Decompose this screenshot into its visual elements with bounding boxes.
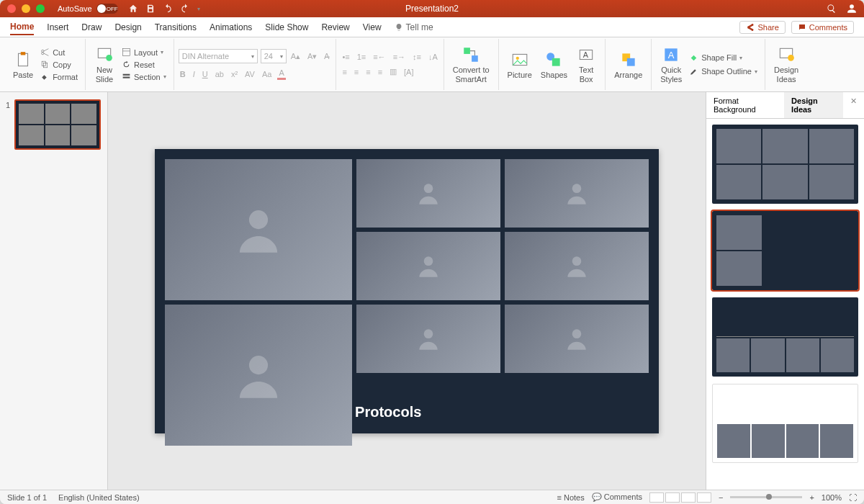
clear-format-icon[interactable]: A̶	[323, 51, 331, 62]
numbering-button[interactable]: 1≡	[356, 52, 368, 62]
bullets-button[interactable]: •≡	[341, 52, 351, 62]
minimize-window-button[interactable]	[22, 4, 30, 13]
quick-styles-button[interactable]: A Quick Styles	[656, 44, 686, 84]
collage-image-6[interactable]	[505, 232, 649, 300]
slideshow-view-button[interactable]	[697, 492, 711, 503]
collage-image-8[interactable]	[505, 305, 649, 373]
tab-transitions[interactable]: Transitions	[155, 20, 197, 35]
justify-button[interactable]: ≡	[377, 67, 384, 77]
tell-me-search[interactable]: Tell me	[395, 22, 433, 32]
design-idea-1[interactable]	[712, 125, 858, 204]
pane-tab-design-ideas[interactable]: Design Ideas	[784, 92, 843, 118]
change-case-button[interactable]: Aa	[261, 69, 273, 79]
close-window-button[interactable]	[7, 4, 16, 13]
section-button[interactable]: Section▾	[119, 71, 169, 82]
align-text-button[interactable]: [A]	[402, 67, 415, 77]
share-button[interactable]: Share	[739, 21, 785, 34]
tab-home[interactable]: Home	[10, 19, 34, 35]
layout-button[interactable]: Layout▾	[119, 47, 169, 58]
shapes-button[interactable]: Shapes	[536, 40, 572, 89]
bold-button[interactable]: B	[179, 69, 187, 79]
design-idea-2[interactable]	[712, 211, 858, 290]
comments-button[interactable]: Comments	[791, 21, 854, 34]
font-color-button[interactable]: A	[277, 68, 285, 80]
columns-button[interactable]: ▥	[388, 66, 398, 77]
align-right-button[interactable]: ≡	[364, 67, 372, 77]
underline-button[interactable]: U	[201, 69, 210, 79]
align-center-button[interactable]: ≡	[353, 67, 360, 77]
save-icon[interactable]	[145, 4, 156, 14]
cut-button[interactable]: Cut	[37, 47, 81, 58]
strikethrough-button[interactable]: ab	[214, 69, 225, 79]
reading-view-button[interactable]	[681, 492, 696, 503]
slide-canvas[interactable]: Team Onboarding: Office Protocols	[108, 92, 706, 490]
arrange-button[interactable]: Arrange	[610, 49, 647, 81]
align-left-button[interactable]: ≡	[341, 67, 348, 77]
slide-thumbnail-1[interactable]: 1	[14, 99, 101, 150]
zoom-slider[interactable]	[730, 496, 802, 498]
subscript-button[interactable]: x²	[230, 69, 239, 79]
zoom-level-label[interactable]: 100%	[822, 493, 842, 502]
comments-status-button[interactable]: 💬 Comments	[592, 492, 642, 502]
autosave-toggle[interactable]: AutoSave OFF	[58, 4, 118, 14]
tab-view[interactable]: View	[363, 20, 382, 35]
tab-review[interactable]: Review	[321, 20, 349, 35]
collage-image-5[interactable]	[356, 232, 500, 300]
account-icon[interactable]	[847, 4, 857, 14]
home-icon[interactable]	[128, 4, 138, 14]
fit-window-button[interactable]: ⛶	[849, 493, 857, 502]
autosave-switch[interactable]: OFF	[96, 4, 118, 14]
font-name-select[interactable]: DIN Alternate▾	[179, 49, 258, 63]
copy-button[interactable]: Copy	[37, 59, 81, 70]
pane-close-button[interactable]: ✕	[843, 92, 864, 118]
tab-animations[interactable]: Animations	[210, 20, 252, 35]
notes-button[interactable]: ≡ Notes	[557, 493, 585, 502]
tab-insert[interactable]: Insert	[47, 20, 68, 35]
design-idea-4[interactable]	[712, 384, 858, 463]
person-icon	[548, 325, 606, 352]
format-painter-button[interactable]: Format	[37, 71, 81, 82]
picture-button[interactable]: Picture	[503, 40, 536, 89]
collage-image-1[interactable]	[165, 159, 352, 300]
tab-design[interactable]: Design	[114, 20, 141, 35]
search-icon[interactable]	[827, 4, 837, 14]
undo-icon[interactable]	[163, 4, 173, 14]
text-box-button[interactable]: A Text Box	[572, 40, 600, 89]
sorter-view-button[interactable]	[665, 492, 680, 503]
new-slide-button[interactable]: New Slide	[90, 44, 119, 84]
italic-button[interactable]: I	[192, 69, 197, 79]
convert-smartart-button[interactable]: Convert to SmartArt	[449, 44, 494, 84]
collage-image-3[interactable]	[505, 159, 649, 228]
indent-increase-button[interactable]: ≡→	[392, 52, 407, 62]
qat-more-icon[interactable]: ▾	[197, 6, 200, 12]
indent-decrease-button[interactable]: ≡←	[372, 52, 387, 62]
slide[interactable]: Team Onboarding: Office Protocols	[155, 149, 659, 433]
font-size-select[interactable]: 24▾	[261, 49, 287, 63]
collage-image-7[interactable]	[356, 305, 500, 373]
text-direction-button[interactable]: ↓A	[427, 52, 439, 62]
design-ideas-button[interactable]: Design Ideas	[770, 44, 803, 84]
design-ideas-icon	[777, 45, 796, 64]
collage-image-4[interactable]	[165, 305, 352, 446]
collage-image-2[interactable]	[356, 159, 500, 228]
svg-point-5	[106, 55, 112, 61]
zoom-in-button[interactable]: +	[809, 493, 814, 502]
normal-view-button[interactable]	[649, 492, 664, 503]
maximize-window-button[interactable]	[36, 4, 45, 13]
highlight-button[interactable]: AV	[243, 69, 256, 79]
increase-font-icon[interactable]: A▴	[289, 51, 302, 62]
tab-draw[interactable]: Draw	[81, 20, 102, 35]
paste-button[interactable]: Paste	[9, 49, 37, 81]
tab-slideshow[interactable]: Slide Show	[265, 20, 308, 35]
line-spacing-button[interactable]: ↕≡	[411, 52, 423, 62]
decrease-font-icon[interactable]: A▾	[306, 51, 318, 62]
group-clipboard: Paste Cut Copy Format	[4, 39, 86, 90]
language-label[interactable]: English (United States)	[58, 493, 140, 502]
redo-icon[interactable]	[180, 4, 190, 14]
shape-fill-button[interactable]: Shape Fill▾	[686, 53, 760, 63]
design-idea-3[interactable]	[712, 297, 858, 377]
shape-outline-button[interactable]: Shape Outline▾	[686, 66, 760, 77]
reset-button[interactable]: Reset	[119, 59, 169, 70]
pane-tab-format-background[interactable]: Format Background	[706, 92, 784, 118]
zoom-out-button[interactable]: −	[719, 493, 723, 502]
